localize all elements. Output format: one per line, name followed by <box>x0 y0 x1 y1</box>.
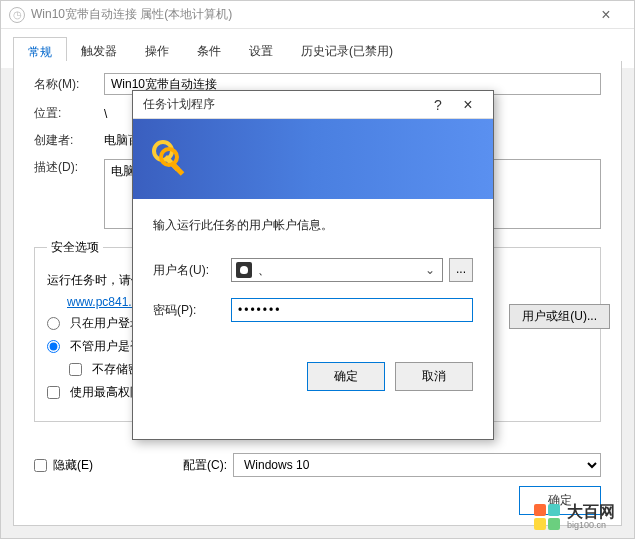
radio-any-user[interactable] <box>47 340 60 353</box>
check-hidden-label: 隐藏(E) <box>53 457 93 474</box>
keys-icon <box>147 135 195 183</box>
location-value: \ <box>104 107 107 121</box>
configure-label: 配置(C): <box>183 457 227 474</box>
security-legend: 安全选项 <box>47 239 103 256</box>
cred-close-button[interactable]: × <box>453 96 483 114</box>
cred-message: 输入运行此任务的用户帐户信息。 <box>153 217 473 234</box>
credential-dialog: 任务计划程序 ? × 输入运行此任务的用户帐户信息。 用户名(U): 、 ⌄ .… <box>132 90 494 440</box>
user-icon <box>236 262 252 278</box>
check-highest-priv[interactable] <box>47 386 60 399</box>
location-label: 位置: <box>34 105 104 122</box>
cred-buttons: 确定 取消 <box>153 362 473 391</box>
radio-logged-on[interactable] <box>47 317 60 330</box>
username-combo[interactable]: 、 ⌄ <box>231 258 443 282</box>
cred-title: 任务计划程序 <box>143 96 423 113</box>
check-no-store-pwd[interactable] <box>69 363 82 376</box>
cred-help-button[interactable]: ? <box>423 97 453 113</box>
password-label: 密码(P): <box>153 302 231 319</box>
main-close-button[interactable]: × <box>586 6 626 24</box>
name-label: 名称(M): <box>34 76 104 93</box>
chevron-down-icon[interactable]: ⌄ <box>422 263 438 277</box>
username-value: 、 <box>258 262 422 279</box>
configure-select[interactable]: Windows 10 <box>233 453 601 477</box>
check-hidden[interactable] <box>34 459 47 472</box>
username-label: 用户名(U): <box>153 262 231 279</box>
browse-user-button[interactable]: ... <box>449 258 473 282</box>
password-input[interactable] <box>231 298 473 322</box>
description-label: 描述(D): <box>34 159 104 176</box>
brand-url: big100.cn <box>567 521 615 531</box>
brand-watermark: 大百网 big100.cn <box>533 503 615 531</box>
cred-titlebar: 任务计划程序 ? × <box>133 91 493 119</box>
creator-label: 创建者: <box>34 132 104 149</box>
cred-body: 输入运行此任务的用户帐户信息。 用户名(U): 、 ⌄ ... 密码(P): 确… <box>133 199 493 409</box>
svg-rect-3 <box>169 161 184 176</box>
brand-name: 大百网 <box>567 503 615 521</box>
run-as-label: 运行任务时，请使 <box>47 272 143 289</box>
cred-banner <box>133 119 493 199</box>
bottom-row: 隐藏(E) 配置(C): Windows 10 <box>34 453 601 477</box>
cred-cancel-button[interactable]: 取消 <box>395 362 473 391</box>
main-title: Win10宽带自动连接 属性(本地计算机) <box>31 6 586 23</box>
brand-logo-icon <box>533 503 561 531</box>
main-titlebar: ◷ Win10宽带自动连接 属性(本地计算机) × <box>1 1 634 29</box>
change-user-button[interactable]: 用户或组(U)... <box>509 304 610 329</box>
clock-icon: ◷ <box>9 7 25 23</box>
cred-ok-button[interactable]: 确定 <box>307 362 385 391</box>
